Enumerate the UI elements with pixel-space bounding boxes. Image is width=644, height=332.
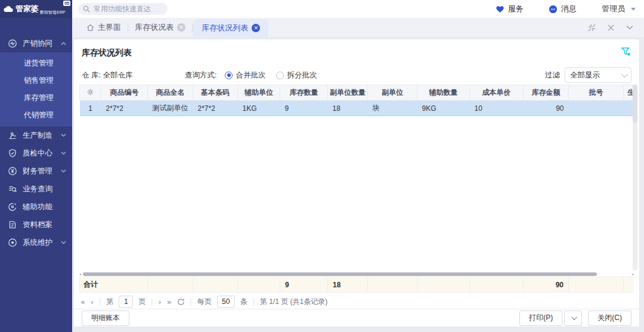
sidebar-nav: 产销协同 进货管理 销售管理 库存管理 代销管理 生产制造 质检中心 (0, 35, 72, 252)
sidebar-item-chanxiao[interactable]: 产销协同 (0, 35, 72, 52)
close-button[interactable]: 关闭(C) (588, 311, 631, 326)
sidebar-item-ziliao[interactable]: 资料档案 (0, 216, 72, 234)
cell-aux-unit: 1KG (238, 101, 280, 116)
sidebar-item-xitong[interactable]: 系统维护 (0, 234, 72, 252)
sidebar-item-label: 系统维护 (23, 238, 52, 248)
column-header[interactable]: 库存数量 (280, 85, 328, 101)
warehouse-filter[interactable]: 仓 库: 全部仓库 (82, 70, 185, 80)
scroll-left-arrow[interactable]: ◂ (79, 272, 81, 276)
scroll-right-arrow[interactable]: ▸ (632, 272, 634, 276)
cell-product-code: 2*7*2 (101, 101, 148, 116)
home-icon (86, 24, 94, 31)
sidebar-item-fuzhu[interactable]: 辅助功能 (0, 198, 72, 216)
sidebar-subitem-kucun[interactable]: 库存管理 (0, 89, 72, 107)
totals-empty (148, 277, 193, 293)
tab-home[interactable]: 主界面 (80, 18, 127, 37)
message-menu[interactable]: 消息 (549, 4, 577, 14)
refresh-icon[interactable] (177, 298, 185, 306)
horizontal-scrollbar[interactable]: ◂ ▸ (79, 272, 634, 277)
column-header[interactable]: 基本条码 (193, 85, 238, 101)
close-icon[interactable] (608, 24, 614, 31)
totals-empty (624, 277, 634, 293)
column-header[interactable]: 库存金额 (524, 85, 569, 101)
vertical-scrollbar-thumb[interactable] (633, 85, 637, 123)
inventory-table: 商品编号 商品全名 基本条码 辅助单位 库存数量 副单位数量 副单位 辅助数量 … (79, 85, 634, 116)
sidebar-item-shengchan[interactable]: 生产制造 (0, 126, 72, 144)
compress-icon[interactable] (588, 24, 596, 32)
radio-unselected-icon (276, 72, 284, 79)
per-page-suffix: 条 (240, 297, 247, 307)
row-number: 1 (80, 101, 101, 116)
divider: | (99, 297, 101, 306)
tab-label: 库存状况表 (135, 22, 174, 33)
chevron-down-icon[interactable] (626, 25, 633, 30)
cell-stock-amount: 90 (524, 101, 569, 116)
column-header[interactable]: 商品编号 (101, 85, 148, 101)
vertical-scrollbar[interactable] (633, 85, 637, 271)
detail-ledger-button[interactable]: 明细账本 (82, 311, 129, 326)
shield-check-icon (8, 148, 17, 158)
totals-empty (569, 277, 624, 293)
user-label: 管理员 (602, 4, 625, 14)
search-icon (83, 5, 90, 13)
quick-search (78, 3, 168, 15)
first-page-button[interactable]: « (80, 297, 85, 306)
column-header[interactable]: 辅助单位 (238, 85, 280, 101)
sidebar-item-caiwu[interactable]: 财务管理 (0, 162, 72, 180)
search-input[interactable] (78, 3, 168, 15)
sidebar-item-yewu[interactable]: 业务查询 (0, 180, 72, 198)
display-filter-value: 全部显示 (570, 70, 600, 80)
column-header[interactable]: 商品全名 (148, 85, 193, 101)
totals-empty (238, 277, 280, 293)
print-options-button[interactable] (564, 311, 582, 326)
table-header-row: 商品编号 商品全名 基本条码 辅助单位 库存数量 副单位数量 副单位 辅助数量 … (80, 85, 634, 101)
next-page-button[interactable]: › (158, 297, 161, 306)
tab-inventory-report[interactable]: 库存状况表 ✕ (129, 18, 191, 37)
sidebar: 管家婆 辉煌智造ERP 05 产销协同 进货管理 销售管理 库存管理 代销管理 … (0, 0, 72, 332)
radio-label: 拆分批次 (287, 70, 317, 80)
display-filter-label: 过滤 (545, 70, 560, 80)
cell-product-name: 测试副单位 (148, 101, 193, 116)
sidebar-item-zhijian[interactable]: 质检中心 (0, 144, 72, 162)
cloud-logo-icon (4, 5, 14, 13)
window-controls (588, 24, 644, 32)
tab-label: 库存状况列表 (202, 23, 248, 33)
caret-down-icon (631, 8, 636, 11)
column-header[interactable]: 副单位 (368, 85, 417, 101)
pagination-bar: « ‹ | 第 页 | › » | 每页 条 | 第 1/1 页 (共1条记录) (80, 294, 327, 309)
tab-inventory-list-active[interactable]: 库存状况列表 ✕ (193, 19, 268, 37)
cell-barcode: 2*7*2 (193, 101, 238, 116)
per-page-input[interactable] (217, 296, 235, 308)
print-button[interactable]: 打印(P) (519, 311, 562, 326)
column-settings-header[interactable] (80, 85, 101, 101)
brand-subtitle: 辉煌智造ERP (40, 10, 65, 15)
sidebar-subitem-jinhuo[interactable]: 进货管理 (0, 55, 72, 72)
service-menu[interactable]: 服务 (496, 4, 524, 14)
horizontal-scrollbar-thumb[interactable] (83, 272, 597, 276)
chevron-down-icon (61, 151, 66, 155)
sidebar-item-label: 资料档案 (23, 220, 52, 230)
display-filter-select[interactable]: 全部显示 (565, 67, 631, 83)
user-menu[interactable]: 管理员 (602, 4, 636, 14)
radio-merge-batch[interactable]: 合并批次 (225, 70, 265, 80)
sidebar-subitem-daixiao[interactable]: 代销管理 (0, 107, 72, 124)
tab-close-icon[interactable]: ✕ (252, 24, 260, 32)
filter-funnel-icon[interactable] (621, 46, 631, 57)
app-window: 管家婆 辉煌智造ERP 05 产销协同 进货管理 销售管理 库存管理 代销管理 … (0, 0, 644, 332)
sidebar-item-label: 产销协同 (23, 39, 52, 49)
column-header[interactable]: 辅助数量 (417, 85, 470, 101)
sidebar-subitem-xiaoshou[interactable]: 销售管理 (0, 72, 72, 89)
column-header[interactable]: 批号 (569, 85, 624, 101)
tab-close-icon[interactable]: ✕ (177, 23, 185, 32)
column-header[interactable]: 成本单价 (470, 85, 524, 101)
totals-empty (193, 277, 238, 293)
radio-split-batch[interactable]: 拆分批次 (276, 70, 317, 80)
machine-arm-icon (8, 131, 17, 140)
column-header[interactable]: 副单位数量 (328, 85, 368, 101)
page-number-input[interactable] (119, 296, 133, 308)
totals-stock-qty: 9 (280, 277, 328, 293)
table-row-selected[interactable]: 1 2*7*2 测试副单位 2*7*2 1KG 9 18 块 9KG 10 90 (80, 101, 634, 116)
last-page-button[interactable]: » (167, 297, 172, 306)
prev-page-button[interactable]: ‹ (91, 297, 94, 306)
brand-badge: 05 (63, 1, 70, 6)
